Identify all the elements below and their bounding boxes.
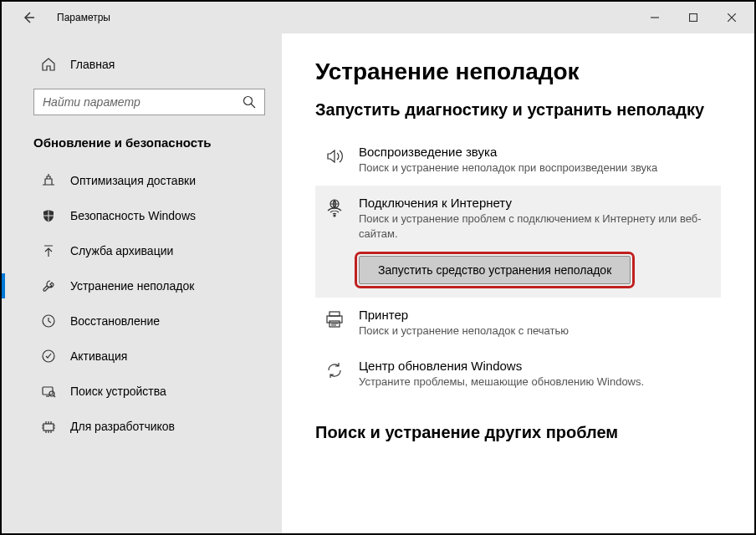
sidebar-section-header: Обновление и безопасность <box>2 130 282 163</box>
title-bar: Параметры <box>2 2 754 33</box>
main-panel: Устранение неполадок Запустить диагности… <box>282 33 754 533</box>
troubleshoot-item-audio[interactable]: Воспроизведение звука Поиск и устранение… <box>315 135 721 186</box>
svg-point-7 <box>334 215 335 217</box>
sidebar-item-label: Служба архивации <box>70 244 173 257</box>
sidebar-item-label: Активация <box>70 349 127 363</box>
audio-icon <box>322 145 347 176</box>
update-icon <box>322 359 347 390</box>
internet-icon <box>322 196 347 283</box>
home-link[interactable]: Главная <box>2 48 282 80</box>
search-box[interactable] <box>33 89 265 115</box>
home-icon <box>40 57 57 72</box>
activation-icon <box>40 349 57 364</box>
sidebar-item-label: Оптимизация доставки <box>70 174 196 187</box>
sidebar-item-find-device[interactable]: Поиск устройства <box>2 374 282 409</box>
sidebar-item-label: Восстановление <box>70 314 160 328</box>
sidebar: Главная Обновление и безопасность Оптими… <box>2 33 282 533</box>
troubleshoot-item-desc: Поиск и устранение неполадок при воспрои… <box>359 160 707 176</box>
page-subtitle: Запустить диагностику и устранить непола… <box>315 100 721 120</box>
troubleshoot-item-printer[interactable]: Принтер Поиск и устранение неполадок с п… <box>315 298 721 349</box>
troubleshoot-item-title: Центр обновления Windows <box>359 359 707 373</box>
home-label: Главная <box>70 58 115 71</box>
troubleshoot-icon <box>40 278 57 293</box>
sidebar-item-troubleshoot[interactable]: Устранение неполадок <box>2 268 282 303</box>
search-icon <box>243 95 256 109</box>
sidebar-item-activation[interactable]: Активация <box>2 339 282 374</box>
sidebar-item-label: Поиск устройства <box>70 385 166 398</box>
troubleshoot-item-internet[interactable]: Подключения к Интернету Поиск и устранен… <box>315 186 721 297</box>
minimize-button[interactable] <box>636 5 674 30</box>
troubleshoot-item-desc: Поиск и устранение неполадок с печатью <box>359 324 707 339</box>
sidebar-item-label: Устранение неполадок <box>70 279 194 293</box>
developer-icon <box>40 419 57 434</box>
page-title: Устранение неполадок <box>315 59 721 85</box>
find-device-icon <box>40 384 57 399</box>
svg-rect-9 <box>329 312 340 316</box>
sidebar-item-developer[interactable]: Для разработчиков <box>2 409 282 444</box>
back-button[interactable] <box>18 8 38 28</box>
maximize-button[interactable] <box>674 5 713 30</box>
troubleshoot-item-title: Принтер <box>359 308 707 322</box>
sidebar-item-label: Для разработчиков <box>70 420 175 433</box>
svg-rect-6 <box>43 424 54 431</box>
sidebar-item-recovery[interactable]: Восстановление <box>2 303 282 339</box>
sidebar-item-security[interactable]: Безопасность Windows <box>2 198 282 233</box>
troubleshoot-item-desc: Устраните проблемы, мешающие обновлению … <box>359 374 707 390</box>
troubleshoot-item-title: Подключения к Интернету <box>359 196 707 210</box>
svg-rect-0 <box>690 14 697 22</box>
close-button[interactable] <box>713 5 751 30</box>
search-input[interactable] <box>43 95 243 109</box>
printer-icon <box>322 308 347 339</box>
sidebar-item-backup[interactable]: Служба архивации <box>2 233 282 268</box>
shield-icon <box>40 208 57 223</box>
section-other-problems: Поиск и устранение других проблем <box>315 423 721 442</box>
delivery-icon <box>40 173 57 188</box>
troubleshoot-item-desc: Поиск и устранение проблем с подключение… <box>359 211 707 242</box>
window-title: Параметры <box>57 12 110 23</box>
troubleshoot-item-update[interactable]: Центр обновления Windows Устраните пробл… <box>315 349 721 400</box>
sidebar-item-delivery[interactable]: Оптимизация доставки <box>2 163 282 198</box>
run-troubleshooter-button[interactable]: Запустить средство устранения неполадок <box>359 256 631 284</box>
sidebar-item-label: Безопасность Windows <box>70 209 196 222</box>
backup-icon <box>40 243 57 258</box>
recovery-icon <box>40 313 57 329</box>
troubleshoot-item-title: Воспроизведение звука <box>359 145 707 159</box>
